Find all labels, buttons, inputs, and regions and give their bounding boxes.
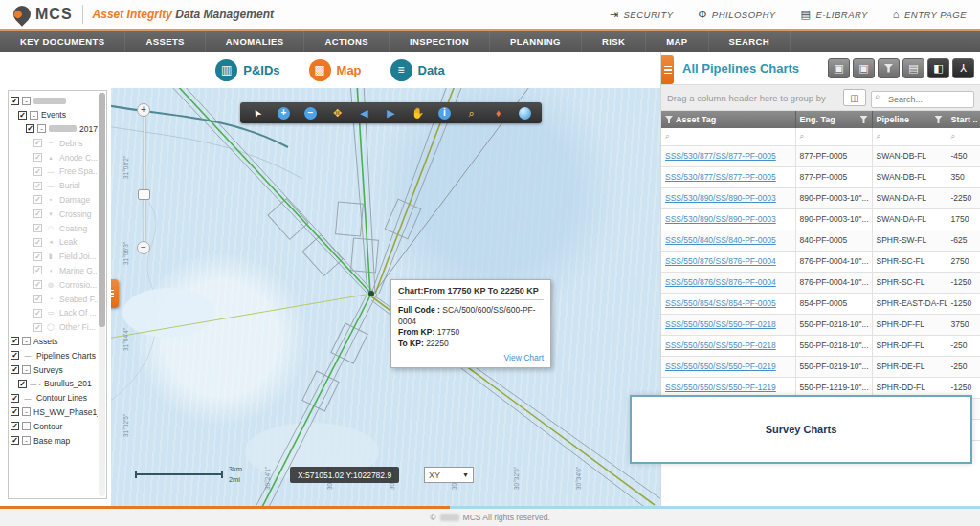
identify-tool-button[interactable]: i [432, 104, 457, 121]
expander-collapse-icon[interactable]: - [22, 365, 31, 374]
checkbox-checked-icon[interactable]: ✓ [33, 182, 42, 190]
checkbox-checked-icon[interactable]: ✓ [33, 309, 42, 318]
tree-item-damage[interactable]: ✓▪Damage [11, 193, 98, 208]
checkbox-checked-icon[interactable]: ✓ [11, 422, 19, 430]
tree-item-crossing[interactable]: ✓▾Crossing [11, 207, 98, 221]
nav-item-anomalies[interactable]: ANOMALIES [206, 31, 305, 52]
filter-funnel-icon[interactable] [860, 116, 868, 123]
header-link-security[interactable]: ⇥SECURITY [610, 9, 674, 21]
zoom-out-tool-button[interactable]: − [298, 104, 323, 121]
expander-collapse-icon[interactable]: - [22, 407, 31, 416]
nav-item-key-documents[interactable]: KEY DOCUMENTS [0, 31, 125, 52]
asset-tag-link[interactable]: SSS/550/550/SS/550-PF-0219 [665, 362, 776, 371]
tab-p-ids[interactable]: ▥P&IDs [215, 59, 279, 81]
column-header-start[interactable]: Start .. [947, 111, 980, 128]
asset-tag-link[interactable]: SSS/550/876/SS/876-PF-0004 [665, 277, 776, 287]
tree-item-burial[interactable]: ✓—Burial [11, 179, 98, 193]
word-export-button[interactable]: ◧ [927, 58, 949, 78]
tree-item-2017[interactable]: ✓-2017 [11, 122, 98, 137]
filter-funnel-icon[interactable] [665, 116, 673, 123]
filter-input-start[interactable] [959, 132, 977, 142]
checkbox-checked-icon[interactable]: ✓ [33, 280, 42, 289]
nav-item-actions[interactable]: ACTIONS [304, 31, 390, 52]
zoom-in-button[interactable]: + [137, 103, 150, 117]
tree-item-free-spa[interactable]: ✓—Free Spa... [11, 164, 98, 179]
filter-input-asset-tag[interactable] [673, 132, 791, 142]
checkbox-checked-icon[interactable]: ✓ [11, 365, 19, 374]
tree-item-contour[interactable]: ✓-Contour [11, 419, 98, 433]
panel-collapse-flag-button[interactable] [661, 55, 674, 84]
nav-item-assets[interactable]: ASSETS [125, 31, 205, 52]
pointer-tool-button[interactable]: ➤ [244, 104, 270, 121]
checkbox-checked-icon[interactable]: ✓ [33, 153, 42, 162]
asset-tag-link[interactable]: SSS/550/854/SS/854-PF-0005 [665, 298, 776, 308]
tree-item-surveys[interactable]: ✓-Surveys [11, 362, 98, 377]
tree-item-assets[interactable]: ✓-Assets [11, 335, 98, 349]
header-link-e-library[interactable]: ▤E-LIBRARY [801, 9, 868, 21]
checkbox-checked-icon[interactable]: ✓ [18, 111, 27, 120]
expander-collapse-icon[interactable]: - [37, 124, 46, 133]
asset-tag-link[interactable]: SSS/550/876/SS/876-PF-0004 [665, 256, 776, 266]
checkbox-checked-icon[interactable]: ✓ [18, 380, 27, 388]
checkbox-checked-icon[interactable]: ✓ [33, 224, 42, 232]
nav-item-planning[interactable]: PLANNING [490, 31, 582, 52]
full-extent-tool-button[interactable]: ✥ [324, 104, 350, 121]
checkbox-checked-icon[interactable]: ✓ [33, 252, 42, 261]
locate-globe-tool-button[interactable] [512, 104, 538, 121]
asset-tag-link[interactable]: SSS/530/890/SS/890-PF-0003 [665, 193, 776, 203]
asset-tag-link[interactable]: SSS/530/877/SS/877-PF-0005 [665, 172, 776, 182]
checkbox-checked-icon[interactable]: ✓ [33, 266, 42, 274]
expander-collapse-icon[interactable]: - [22, 337, 31, 345]
map-canvas[interactable]: 31°08'2"31°06'3"31°04'4"31°02'5" 30°24'1… [111, 88, 660, 506]
zoom-out-button[interactable]: − [137, 241, 150, 254]
previous-extent-tool-button[interactable]: ◀ [351, 104, 377, 121]
legend-tool-button[interactable]: ♦ [485, 104, 511, 121]
next-extent-tool-button[interactable]: ▶ [378, 104, 404, 121]
expander-collapse-icon[interactable]: - [30, 111, 38, 120]
checkbox-checked-icon[interactable]: ✓ [11, 436, 19, 445]
pdf-export-button[interactable]: ⅄ [952, 58, 974, 78]
checkbox-checked-icon[interactable]: ✓ [11, 337, 19, 345]
filter-input-eng-tag[interactable] [808, 132, 868, 142]
group-by-bar[interactable]: Drag a column header here to group by ◫ … [661, 84, 980, 111]
checkbox-checked-icon[interactable]: ✓ [33, 209, 42, 218]
expander-collapse-icon[interactable]: - [22, 422, 31, 430]
tree-item-contour-lines[interactable]: ✓—Contour Lines [11, 391, 98, 405]
tree-item-seabed-f[interactable]: ✓◔Seabed F... [11, 292, 98, 306]
checkbox-checked-icon[interactable]: ✓ [33, 195, 42, 204]
zoom-slider-handle[interactable] [138, 189, 150, 200]
header-link-philosophy[interactable]: ΦPHILOSOPHY [699, 9, 776, 21]
tree-item-lack-of[interactable]: ✓▭Lack Of ... [11, 306, 98, 320]
nav-item-search[interactable]: SEARCH [709, 31, 791, 52]
tree-item-events[interactable]: ✓-Events [11, 108, 98, 122]
overview-search-tool-button[interactable]: ⌕ [458, 104, 484, 121]
asset-tag-link[interactable]: SSS/530/877/SS/877-PF-0005 [665, 151, 776, 161]
filter-button[interactable] [878, 58, 900, 78]
column-header-pipeline[interactable]: Pipeline [872, 111, 947, 128]
checkbox-checked-icon[interactable]: ✓ [33, 139, 42, 147]
mcs-logo[interactable]: MCS [13, 6, 73, 23]
checkbox-checked-icon[interactable]: ✓ [11, 97, 19, 105]
export-image-button[interactable]: ▣ [828, 58, 850, 78]
checkbox-checked-icon[interactable]: ✓ [33, 295, 42, 303]
tree-item-other-fi[interactable]: ✓◯Other Fi... [11, 320, 98, 335]
tree-scrollbar[interactable] [99, 93, 105, 496]
asset-tag-link[interactable]: SSS/550/550/SS/550-PF-1219 [665, 383, 776, 392]
column-chooser-button[interactable]: ◫ [843, 89, 866, 106]
checkbox-checked-icon[interactable]: ✓ [11, 351, 19, 360]
header-link-entry-page[interactable]: ⌂ENTRY PAGE [893, 9, 967, 21]
pan-tool-button[interactable]: ✋ [405, 104, 431, 121]
tree-item-redacted[interactable]: ✓- [11, 94, 98, 108]
tree-item-leak[interactable]: ✓◂Leak [11, 235, 98, 250]
tab-data[interactable]: ≡Data [390, 59, 445, 81]
tree-item-debris[interactable]: ✓┄Debris [11, 136, 98, 150]
tree-item-hs-ww-phase1-ii[interactable]: ✓-HS_WW_Phase1_II_ [11, 405, 98, 420]
export-copy-button[interactable]: ▣ [853, 58, 875, 78]
tree-item-base-map[interactable]: ✓-Base map [11, 433, 98, 448]
asset-tag-link[interactable]: SSS/550/840/SS/840-PF-0005 [665, 235, 776, 245]
checkbox-checked-icon[interactable]: ✓ [11, 407, 19, 416]
coordinate-mode-select[interactable]: XY ▼ [424, 467, 474, 483]
tree-scrollbar-thumb[interactable] [99, 93, 105, 327]
zoom-in-tool-button[interactable]: + [271, 104, 297, 121]
zoom-slider-track[interactable] [144, 117, 145, 241]
